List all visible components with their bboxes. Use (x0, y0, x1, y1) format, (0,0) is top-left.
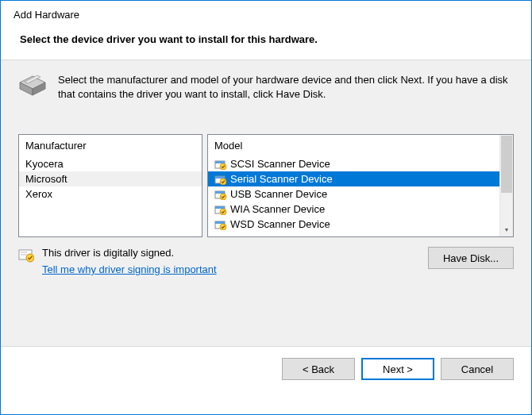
manufacturer-header: Manufacturer (19, 135, 202, 156)
model-item[interactable]: WIA Scanner Device (208, 202, 513, 217)
certificate-icon (18, 248, 34, 263)
manufacturer-item[interactable]: Xerox (19, 186, 202, 202)
manufacturer-list[interactable]: Manufacturer Kyocera Microsoft Xerox (18, 134, 202, 237)
model-item[interactable]: SCSI Scanner Device (208, 156, 513, 171)
model-item[interactable]: WSD Scanner Device (208, 217, 513, 232)
scrollbar-thumb[interactable] (501, 136, 512, 193)
driver-signing-link[interactable]: Tell me why driver signing is important (42, 263, 217, 275)
model-item-label: Serial Scanner Device (230, 173, 333, 185)
instruction-text: Select the manufacturer and model of you… (58, 73, 514, 101)
svg-rect-8 (215, 176, 225, 179)
svg-rect-17 (215, 221, 225, 224)
model-scrollbar[interactable]: ▴ ▾ (499, 135, 513, 236)
cancel-button[interactable]: Cancel (441, 358, 514, 380)
scroll-down-arrow-icon[interactable]: ▾ (500, 223, 513, 236)
signed-driver-icon (214, 159, 227, 170)
model-item-label: SCSI Scanner Device (230, 158, 330, 170)
driver-signed-text: This driver is digitally signed. (42, 247, 217, 259)
model-list[interactable]: Model SCSI Scanner Device Serial Scanner… (207, 134, 514, 237)
svg-rect-14 (215, 206, 225, 209)
model-item-label: WSD Scanner Device (230, 218, 330, 230)
signed-driver-icon (214, 189, 227, 200)
model-header: Model (208, 135, 513, 156)
window-subtitle: Select the device driver you want to ins… (20, 33, 519, 45)
window-title: Add Hardware (13, 9, 519, 21)
model-item[interactable]: USB Scanner Device (208, 186, 513, 202)
svg-rect-11 (215, 191, 225, 194)
svg-rect-5 (215, 161, 225, 163)
hardware-icon (18, 75, 47, 97)
signed-driver-icon (214, 174, 227, 185)
signed-driver-icon (214, 204, 227, 215)
signed-driver-icon (214, 219, 227, 230)
next-button[interactable]: Next > (361, 358, 434, 380)
back-button[interactable]: < Back (282, 358, 355, 380)
manufacturer-item[interactable]: Microsoft (19, 171, 202, 186)
have-disk-button[interactable]: Have Disk... (428, 247, 514, 269)
model-item-label: USB Scanner Device (230, 188, 327, 200)
model-item[interactable]: Serial Scanner Device (208, 171, 513, 186)
manufacturer-item[interactable]: Kyocera (19, 156, 202, 171)
model-item-label: WIA Scanner Device (230, 203, 325, 215)
